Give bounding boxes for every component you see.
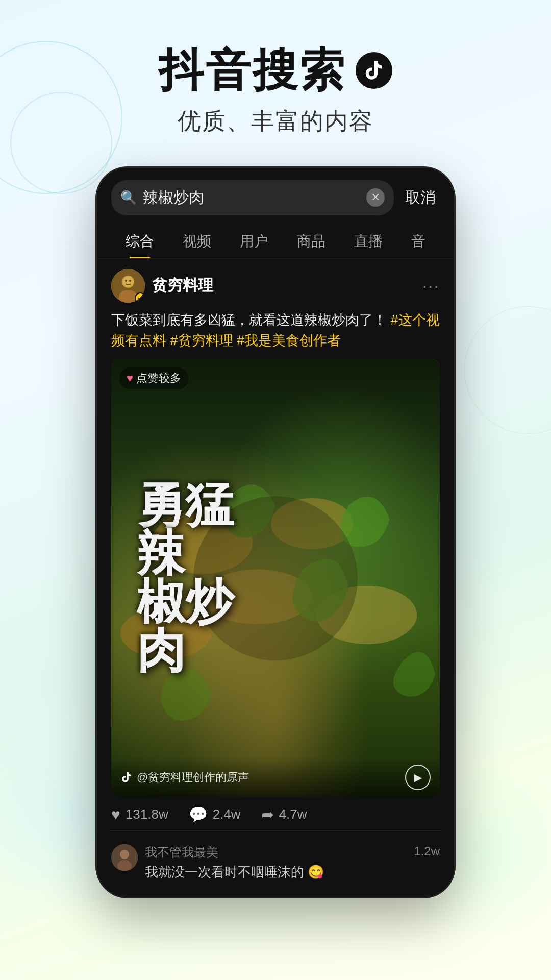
share-icon: ➦ [261,805,274,823]
user-avatar [111,269,145,303]
comment-emoji: 😋 [308,864,324,879]
commenter-avatar-inner [111,844,138,871]
comment-likes-count: 1.2w [414,844,440,859]
tiktok-small-icon [120,771,133,783]
subtitle: 优质、丰富的内容 [41,106,510,137]
comments-count[interactable]: 💬 2.4w [189,805,241,823]
post-user[interactable]: 贫穷料理 [111,269,213,303]
comments-value: 2.4w [213,806,241,822]
svg-point-3 [123,277,133,287]
shares-count[interactable]: ➦ 4.7w [261,805,307,823]
likes-count[interactable]: ♥ 131.8w [111,806,168,823]
svg-point-14 [120,850,129,859]
play-button[interactable]: ▶ [405,765,431,790]
tab-商品[interactable]: 商品 [283,224,340,258]
video-bottom-bar: @贫穷料理创作的原声 ▶ [111,757,440,797]
post-header: 贫穷料理 ··· [111,269,440,303]
more-options-icon[interactable]: ··· [422,276,440,296]
video-thumbnail[interactable]: ♥ 点赞较多 勇猛 辣 椒炒 肉 [111,359,440,798]
phone-screen: 🔍 辣椒炒肉 ✕ 取消 综合 视频 用户 商品 [97,168,454,897]
video-source: @贫穷料理创作的原声 [120,770,249,785]
calligraphy-text: 勇猛 辣 椒炒 肉 [121,481,430,675]
comments-section: 我不管我最美 我就没一次看时不咽唾沫的 😋 1.2w [111,831,440,886]
title-text: 抖音搜索 [159,46,346,95]
engagement-row: ♥ 131.8w 💬 2.4w ➦ 4.7w [111,797,440,831]
search-bar: 🔍 辣椒炒肉 ✕ 取消 [97,168,454,224]
post-plain-text: 下饭菜到底有多凶猛，就看这道辣椒炒肉了！ [111,312,387,328]
source-text: @贫穷料理创作的原声 [137,770,249,785]
line2: 辣 [137,530,414,578]
tiktok-icon [356,52,392,89]
tabs-bar: 综合 视频 用户 商品 直播 音 [97,224,454,259]
tab-用户[interactable]: 用户 [226,224,283,258]
svg-point-4 [125,280,127,282]
post-text: 下饭菜到底有多凶猛，就看这道辣椒炒肉了！ #这个视频有点料 #贫穷料理 #我是美… [111,310,440,351]
comment-row: 我不管我最美 我就没一次看时不咽唾沫的 😋 1.2w [111,839,440,886]
heart-icon: ♥ [111,806,120,823]
comment-text: 我就没一次看时不咽唾沫的 😋 [145,863,407,881]
search-icon: 🔍 [120,190,137,206]
content-area: 贫穷料理 ··· 下饭菜到底有多凶猛，就看这道辣椒炒肉了！ #这个视频有点料 #… [97,259,454,897]
commenter-name: 我不管我最美 [145,844,407,861]
likes-value: 131.8w [126,806,168,822]
phone-wrapper: 🔍 辣椒炒肉 ✕ 取消 综合 视频 用户 商品 [0,168,551,897]
svg-point-5 [129,280,131,282]
header: 抖音搜索 优质、丰富的内容 [0,0,551,158]
video-title-overlay: 勇猛 辣 椒炒 肉 [111,359,440,798]
cancel-button[interactable]: 取消 [401,187,440,208]
shares-value: 4.7w [279,806,307,822]
verified-badge [135,292,145,303]
search-clear-button[interactable]: ✕ [366,188,385,207]
app-title: 抖音搜索 [41,46,510,95]
tab-音[interactable]: 音 [397,224,440,258]
line1: 勇猛 [137,481,414,530]
line3: 椒炒 [137,578,414,627]
svg-point-15 [117,860,132,871]
comment-icon: 💬 [189,805,208,823]
search-input-wrap[interactable]: 🔍 辣椒炒肉 ✕ [111,180,394,215]
tab-直播[interactable]: 直播 [340,224,397,258]
search-query: 辣椒炒肉 [143,187,360,208]
commenter-avatar [111,844,138,871]
username: 贫穷料理 [152,275,213,296]
tab-视频[interactable]: 视频 [168,224,226,258]
phone-mockup: 🔍 辣椒炒肉 ✕ 取消 综合 视频 用户 商品 [97,168,454,897]
line4: 肉 [137,627,414,675]
tab-综合[interactable]: 综合 [111,224,168,258]
comment-content: 我不管我最美 我就没一次看时不咽唾沫的 😋 [145,844,407,881]
